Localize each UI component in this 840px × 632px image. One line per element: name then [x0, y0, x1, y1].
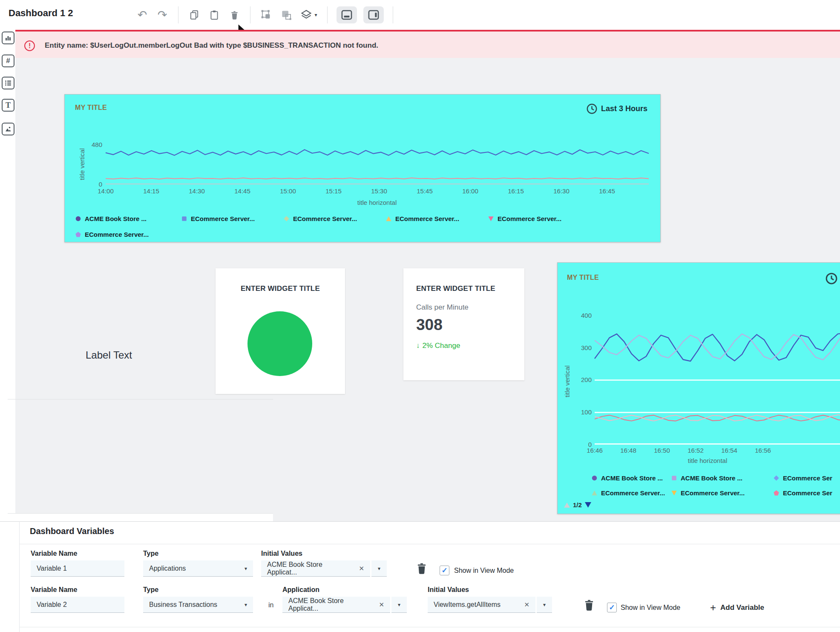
x-tick: 15:15 — [325, 187, 342, 195]
x-axis-ticks: 16:4616:4816:5016:5216:5416:56 — [595, 447, 840, 455]
x-tick: 16:50 — [654, 447, 670, 454]
x-tick: 16:30 — [553, 187, 570, 195]
variable-name-input[interactable]: Variable 2 — [31, 597, 124, 613]
show-in-view-mode-checkbox[interactable]: ✓ — [607, 603, 617, 612]
circle-marker-icon — [75, 216, 81, 221]
text-widget-icon[interactable]: T — [2, 99, 14, 112]
copy-icon[interactable] — [187, 8, 201, 22]
time-range[interactable] — [825, 272, 838, 285]
chevron-down-icon: ▾ — [245, 602, 247, 608]
image-widget-icon[interactable] — [2, 123, 14, 135]
type-select[interactable]: Business Transactions▾ — [143, 597, 253, 613]
time-range[interactable]: Last 3 Hours — [586, 103, 647, 115]
legend-item[interactable]: ECommerce Server... — [181, 214, 284, 223]
y-axis-title: title vertical — [564, 361, 571, 402]
chart-title: MY TITLE — [75, 104, 107, 112]
in-text: in — [268, 601, 273, 609]
x-tick: 15:45 — [417, 187, 433, 195]
widget-title: ENTER WIDGET TITLE — [216, 284, 345, 293]
widget-sidebar: # T — [0, 30, 15, 515]
y-tick: 400 — [581, 311, 592, 319]
show-in-view-mode-label: Show in View Mode — [621, 604, 680, 612]
type-select[interactable]: Applications▾ — [143, 560, 253, 577]
legend-item[interactable]: ECommerce Server... — [592, 488, 671, 497]
application-label: Application — [282, 586, 319, 594]
legend-item[interactable]: ECommerce Ser — [774, 488, 840, 497]
x-tick: 16:46 — [587, 447, 603, 454]
error-icon: ! — [24, 40, 35, 52]
paste-icon[interactable] — [207, 8, 221, 22]
y-tick: 100 — [581, 408, 592, 416]
legend-item[interactable]: ECommerce Server... — [75, 230, 181, 239]
chevron-down-icon: ▾ — [245, 566, 247, 572]
remove-token-icon[interactable]: ✕ — [359, 565, 364, 572]
widget-title: ENTER WIDGET TITLE — [416, 284, 495, 293]
legend-item[interactable]: ECommerce Server... — [488, 214, 590, 223]
initial-values-dropdown[interactable]: ▾ — [537, 597, 552, 613]
x-tick: 16:00 — [462, 187, 478, 195]
list-widget-icon[interactable] — [2, 77, 14, 89]
panel-right-toggle[interactable] — [363, 6, 384, 23]
application-token[interactable]: ACME Book Store Applicat...✕ — [282, 597, 390, 613]
pentagon-marker-icon — [774, 490, 779, 496]
triangle-down-marker-icon — [671, 490, 677, 496]
ungroup-icon[interactable] — [279, 8, 293, 22]
x-tick: 16:45 — [599, 187, 615, 195]
legend-item[interactable]: ECommerce Server... — [386, 214, 488, 223]
delete-variable-icon[interactable] — [416, 562, 429, 576]
y-axis-ticks: 4800 — [85, 145, 102, 184]
label-widget[interactable]: Label Text — [86, 349, 132, 361]
initial-values-token[interactable]: ViewItems.getAllItems✕ — [428, 597, 535, 613]
page-up-icon[interactable] — [564, 503, 570, 508]
panel-bottom-toggle[interactable] — [337, 6, 357, 23]
panel-title: Dashboard Variables — [30, 526, 114, 536]
panel-left-border — [19, 521, 20, 632]
legend-item[interactable]: ECommerce Server... — [284, 214, 386, 223]
show-in-view-mode-checkbox[interactable]: ✓ — [440, 566, 449, 575]
remove-token-icon[interactable]: ✕ — [379, 601, 384, 609]
page-indicator: 1/2 — [573, 501, 582, 508]
legend-item[interactable]: ACME Book Store ... — [75, 214, 181, 223]
triangle-up-marker-icon — [386, 216, 391, 221]
delete-variable-icon[interactable] — [583, 599, 596, 612]
x-tick: 16:56 — [755, 447, 771, 454]
undo-icon[interactable]: ↶ — [135, 8, 149, 22]
y-tick: 200 — [581, 376, 592, 383]
initial-values-token[interactable]: ACME Book Store Applicat...✕ — [261, 560, 370, 577]
triangle-down-marker-icon — [488, 216, 494, 221]
number-widget-icon[interactable]: # — [2, 55, 14, 67]
application-dropdown[interactable]: ▾ — [391, 597, 407, 613]
chart-title: MY TITLE — [567, 274, 599, 282]
timeseries-widget-2[interactable]: MY TITLE title vertical 4003002001000 16… — [557, 262, 840, 514]
remove-token-icon[interactable]: ✕ — [524, 601, 529, 609]
error-banner: ! Entity name: $UserLogOut.memberLogOut … — [15, 30, 840, 60]
y-tick: 480 — [92, 141, 102, 148]
variable-name-input[interactable]: Variable 1 — [31, 560, 124, 577]
legend-item[interactable]: ACME Book Store ... — [671, 473, 774, 483]
x-axis-title: title horizontal — [357, 199, 397, 206]
initial-values-dropdown[interactable]: ▾ — [371, 560, 387, 577]
x-tick: 16:15 — [508, 187, 524, 195]
legend-item[interactable]: ACME Book Store ... — [592, 473, 671, 483]
group-icon[interactable] — [259, 8, 273, 22]
timeseries-widget-1[interactable]: MY TITLE Last 3 Hours title vertical 480… — [64, 94, 661, 242]
widget-outline — [8, 513, 273, 522]
health-widget[interactable]: ENTER WIDGET TITLE — [216, 268, 345, 394]
metric-change: ↓ 2% Change — [416, 342, 460, 350]
plot-area — [106, 145, 649, 184]
metric-widget[interactable]: ENTER WIDGET TITLE Calls per Minute 308 … — [403, 268, 524, 380]
delete-icon[interactable] — [227, 8, 241, 22]
x-tick: 16:52 — [688, 447, 704, 454]
layers-caret-icon: ▾ — [314, 12, 317, 18]
legend-item[interactable]: ECommerce Server... — [671, 488, 774, 497]
chart-widget-icon[interactable] — [2, 32, 14, 44]
y-axis-ticks: 4003002001000 — [570, 306, 592, 443]
clock-icon — [825, 272, 838, 285]
layers-icon[interactable]: ▾ — [299, 8, 318, 22]
variable-name-label: Variable Name — [31, 550, 77, 557]
redo-icon[interactable]: ↷ — [155, 8, 169, 22]
page-down-icon[interactable] — [585, 502, 591, 508]
toolbar-separator — [250, 6, 250, 23]
add-variable-button[interactable]: + Add Variable — [710, 602, 764, 614]
legend-item[interactable]: ECommerce Ser — [774, 473, 840, 483]
